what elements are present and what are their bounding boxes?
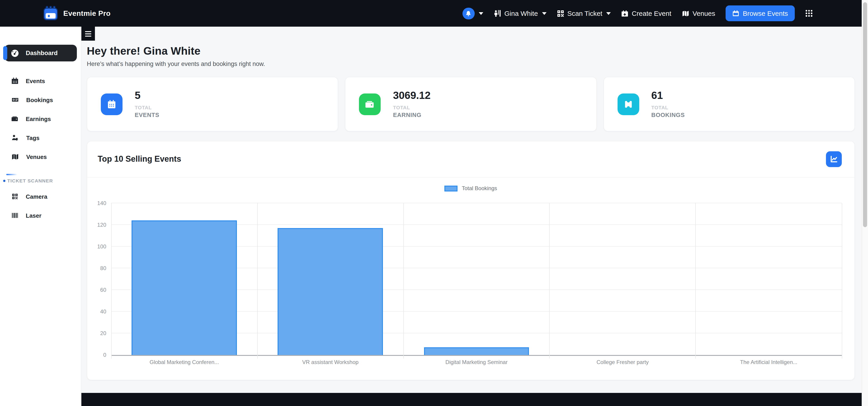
chart-plot: 020406080100120140Global Marketing Confe… (111, 203, 842, 356)
gridline-vertical (257, 203, 257, 359)
map-icon (11, 153, 19, 160)
main-content: Hey there! Gina White Here’s what’s happ… (81, 27, 862, 406)
brand[interactable]: Eventmie Pro (43, 6, 111, 21)
sidebar-item-label: Venues (26, 153, 47, 160)
sidebar-item-earnings[interactable]: Earnings (0, 109, 81, 128)
stat-label: BOOKINGS (651, 111, 685, 118)
sidebar-item-label: Dashboard (26, 50, 58, 57)
user-dropdown[interactable]: Gina White (493, 9, 546, 17)
money-check-icon (11, 96, 19, 103)
browse-events-label: Browse Events (743, 9, 788, 17)
wallet-icon (359, 93, 381, 115)
sidebar-toggle-button[interactable] (81, 27, 95, 41)
section-accent-line (6, 174, 17, 175)
calendar-plus-icon (621, 10, 629, 17)
legend-swatch (445, 185, 458, 191)
sidebar-item-events[interactable]: Events (0, 71, 81, 90)
map-icon (682, 10, 689, 17)
stat-card-earning: 3069.12 TOTAL EARNING (345, 77, 597, 131)
stat-card-bookings: 61 TOTAL BOOKINGS (603, 77, 855, 131)
create-event-link[interactable]: Create Event (621, 9, 671, 17)
scan-ticket-dropdown[interactable]: Scan Ticket (557, 9, 611, 17)
scrollbar-thumb[interactable] (863, 2, 867, 227)
section-label: TICKET SCANNER (7, 178, 53, 183)
vertical-scrollbar[interactable] (862, 0, 868, 406)
browse-events-button[interactable]: Browse Events (725, 5, 795, 21)
sidebar-item-venues[interactable]: Venues (0, 147, 81, 166)
sidebar-item-label: Earnings (26, 115, 51, 122)
stat-kicker: TOTAL (393, 105, 431, 110)
sidebar-item-label: Laser (26, 212, 41, 219)
ticket-icon (617, 93, 639, 115)
calendar-icon (11, 77, 19, 84)
calendar-icon (733, 10, 739, 17)
stat-value: 3069.12 (393, 90, 431, 100)
venues-label: Venues (692, 9, 715, 17)
qrcode-icon (557, 10, 564, 17)
chart-legend[interactable]: Total Bookings (87, 185, 855, 192)
gridline-vertical (549, 203, 550, 359)
apps-grid-icon[interactable] (805, 9, 813, 17)
sidebar-item-dashboard[interactable]: Dashboard (4, 45, 77, 61)
sidebar: Dashboard Events Bookings Earnings Tags … (0, 27, 81, 406)
sidebar-item-bookings[interactable]: Bookings (0, 90, 81, 109)
chevron-down-icon (478, 12, 483, 15)
y-tick-label: 80 (100, 265, 106, 271)
venues-link[interactable]: Venues (682, 9, 715, 17)
stat-label: EVENTS (135, 111, 159, 118)
y-tick-label: 100 (97, 243, 106, 250)
notifications-dropdown[interactable] (462, 7, 483, 19)
sidebar-item-label: Camera (26, 193, 47, 200)
navbar-menu: Gina White Scan Ticket Create Event Venu… (462, 5, 813, 21)
page-footer (81, 393, 862, 406)
app-window: Eventmie Pro Gina White Scan Ticket (0, 0, 868, 406)
create-event-label: Create Event (632, 9, 671, 17)
sidebar-item-camera[interactable]: Camera (0, 187, 81, 206)
gridline-vertical (111, 203, 112, 359)
user-tag-icon (11, 134, 19, 141)
brand-name: Eventmie Pro (63, 9, 111, 18)
page-title: Hey there! Gina White (87, 45, 265, 57)
gauge-icon (10, 48, 20, 58)
stat-kicker: TOTAL (651, 105, 685, 110)
wallet-icon (11, 115, 19, 123)
stat-value: 61 (651, 90, 685, 100)
calendar-icon (101, 93, 123, 115)
top-navbar: Eventmie Pro Gina White Scan Ticket (0, 0, 862, 27)
category-label: VR assistant Workshop (302, 359, 359, 365)
y-tick-label: 60 (100, 287, 106, 293)
y-tick-label: 40 (100, 308, 106, 315)
y-tick-label: 120 (97, 222, 106, 228)
scan-ticket-label: Scan Ticket (567, 9, 602, 17)
bar[interactable] (424, 347, 529, 355)
user-name: Gina White (504, 9, 538, 17)
stat-kicker: TOTAL (135, 105, 159, 110)
sidebar-item-label: Tags (26, 134, 39, 141)
bar[interactable] (131, 221, 237, 355)
gridline-vertical (695, 203, 696, 359)
page-subtitle: Here’s what’s happening with your events… (87, 61, 265, 67)
barcode-icon (11, 212, 19, 219)
section-bullet-icon (3, 180, 5, 182)
chart-title: Top 10 Selling Events (98, 155, 181, 164)
chart-line-icon (830, 155, 838, 164)
bar[interactable] (278, 228, 383, 355)
y-tick-label: 0 (103, 352, 106, 358)
legend-label: Total Bookings (462, 185, 497, 192)
gridline-vertical (842, 203, 842, 359)
category-label: College Fresher party (596, 359, 649, 365)
stats-row: 5 TOTAL EVENTS 3069.12 TOTAL EARNING (87, 77, 855, 131)
person-booth-icon (493, 9, 501, 17)
category-label: Digital Marketing Seminar (445, 359, 508, 365)
category-label: Global Marketing Conferen... (150, 359, 219, 365)
category-label: The Artificial Intelligen... (740, 359, 797, 365)
chart-toggle-button[interactable] (826, 151, 842, 167)
page-header: Hey there! Gina White Here’s what’s happ… (87, 45, 265, 67)
stat-card-events: 5 TOTAL EVENTS (87, 77, 338, 131)
qrcode-icon (11, 193, 19, 200)
sidebar-item-label: Bookings (26, 96, 53, 103)
sidebar-item-laser[interactable]: Laser (0, 206, 81, 225)
sidebar-item-tags[interactable]: Tags (0, 128, 81, 147)
chevron-down-icon (607, 12, 611, 15)
y-tick-label: 20 (100, 330, 106, 336)
